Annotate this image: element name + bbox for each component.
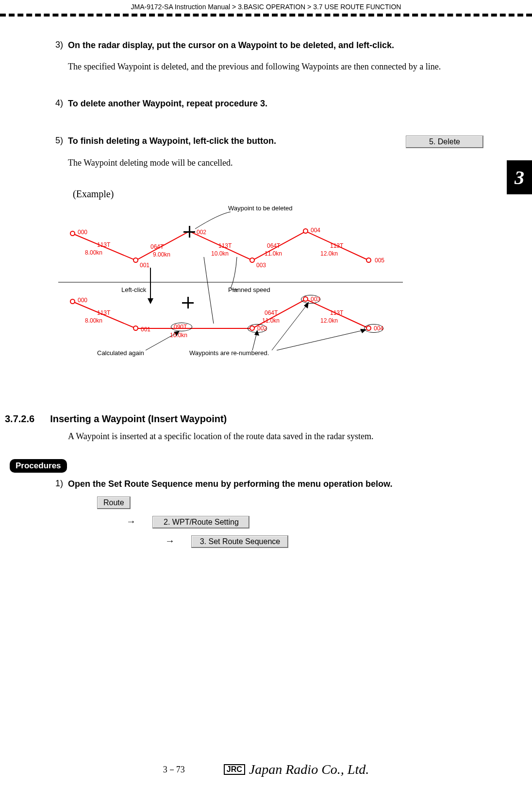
svg-line-7 xyxy=(277,330,365,350)
crumb-section: 3.7 USE ROUTE FUNCTION xyxy=(313,3,401,11)
step-4-title: To delete another Waypoint, repeat proce… xyxy=(68,97,483,110)
speed-label: 12.0kn xyxy=(320,317,338,324)
step-5-num: 5) xyxy=(49,135,68,146)
course-label: 113T xyxy=(97,309,110,316)
wp-label: 004 xyxy=(311,227,320,234)
course-label: 113T xyxy=(97,241,110,248)
wp-label: 000 xyxy=(78,229,87,236)
route-lines xyxy=(58,205,447,389)
speed-label: 8.00kn xyxy=(85,317,102,324)
speed-label: 12.0kn xyxy=(320,250,338,257)
page-number: 3－73 xyxy=(163,764,185,775)
note-calculated: Calculated again xyxy=(97,349,144,357)
cross-icon xyxy=(182,297,194,308)
cross-icon xyxy=(183,226,195,238)
step-5-title-b: button. xyxy=(247,136,276,146)
leftclick-label: Left-click xyxy=(121,286,146,293)
course-label: 090T xyxy=(174,324,187,330)
procedure-step-1: 1) Open the Set Route Sequence menu by p… xyxy=(49,478,483,548)
wp-label: 004 xyxy=(374,325,383,332)
header-divider xyxy=(0,14,532,17)
section-heading: 3.7.2.6 Inserting a Waypoint (Insert Way… xyxy=(5,413,483,425)
section-number: 3.7.2.6 xyxy=(5,413,34,425)
speed-label: 11.0kn xyxy=(262,317,280,324)
doc-id: JMA-9172-SA Instruction Manual xyxy=(131,3,231,11)
step-3-num: 3) xyxy=(49,39,68,50)
course-label: 113T xyxy=(330,242,343,249)
delete-button[interactable]: 5. Delete xyxy=(406,136,483,148)
step-4: 4) To delete another Waypoint, repeat pr… xyxy=(49,97,483,110)
step-5: 5) To finish deleting a Waypoint, left-c… xyxy=(49,135,483,169)
speed-label: 11.0kn xyxy=(265,250,282,257)
speed-label: 9.00kn xyxy=(153,251,170,258)
waypoint-diagram: Waypoint to be deleted xyxy=(58,205,447,389)
proc1-num: 1) xyxy=(49,478,68,489)
footer: 3－73 JRC Japan Radio Co., Ltd. xyxy=(0,762,532,777)
proc1-title: Open the Set Route Sequence menu by perf… xyxy=(68,478,483,491)
wp-label: 000 xyxy=(78,297,87,304)
wp-label: 005 xyxy=(375,257,384,264)
step-3-body: The specified Waypoint is deleted, and t… xyxy=(68,61,483,73)
wp-label: 003 xyxy=(311,296,320,303)
course-label: 064T xyxy=(150,243,164,250)
step-4-num: 4) xyxy=(49,97,68,108)
set-route-sequence-button[interactable]: 3. Set Route Sequence xyxy=(191,535,288,548)
wpt-route-setting-button[interactable]: 2. WPT/Route Setting xyxy=(152,516,249,529)
svg-marker-2 xyxy=(148,298,153,304)
course-label: 064T xyxy=(265,309,278,316)
wp-label: 001 xyxy=(141,326,150,333)
step-5-body: The Waypoint deleting mode will be cance… xyxy=(68,157,483,169)
wp-label: 001 xyxy=(140,262,150,269)
step-3: 3) On the radar display, put the cursor … xyxy=(49,39,483,73)
section-title: Inserting a Waypoint (Insert Waypoint) xyxy=(50,413,227,425)
speed-label: 10.0kn xyxy=(170,332,187,339)
procedures-badge: Procedures xyxy=(10,459,67,473)
speed-label: 8.00kn xyxy=(85,249,102,256)
crumb-chapter: 3.BASIC OPERATION xyxy=(238,3,305,11)
route-button[interactable]: Route xyxy=(97,496,131,509)
step-5-title: To finish deleting a Waypoint, left-clic… xyxy=(68,135,398,148)
wp-label: 002 xyxy=(197,229,206,236)
speed-label: 10.0kn xyxy=(211,250,229,257)
note-renumbered: Waypoints are re-numbered. xyxy=(189,349,269,357)
jrc-mark: JRC xyxy=(224,764,245,775)
header-breadcrumb: JMA-9172-SA Instruction Manual > 3.BASIC… xyxy=(24,3,508,11)
course-label: 113T xyxy=(218,242,232,249)
company-logo: JRC Japan Radio Co., Ltd. xyxy=(224,762,369,777)
course-label: 113T xyxy=(330,309,343,316)
arrow-icon: → xyxy=(165,535,175,546)
step-3-title: On the radar display, put the cursor on … xyxy=(68,39,483,52)
wp-label: 002 xyxy=(257,325,267,332)
arrow-icon: → xyxy=(126,516,136,527)
planned-speed-label: Planned speed xyxy=(228,286,270,293)
wp-label: 003 xyxy=(256,262,266,269)
course-label: 064T xyxy=(267,242,280,249)
section-body: A Waypoint is inserted at a specific loc… xyxy=(68,431,483,442)
step-5-title-a: To finish deleting a Waypoint, left-clic… xyxy=(68,136,244,146)
example-label: (Example) xyxy=(73,188,483,200)
company-name: Japan Radio Co., Ltd. xyxy=(249,762,369,777)
